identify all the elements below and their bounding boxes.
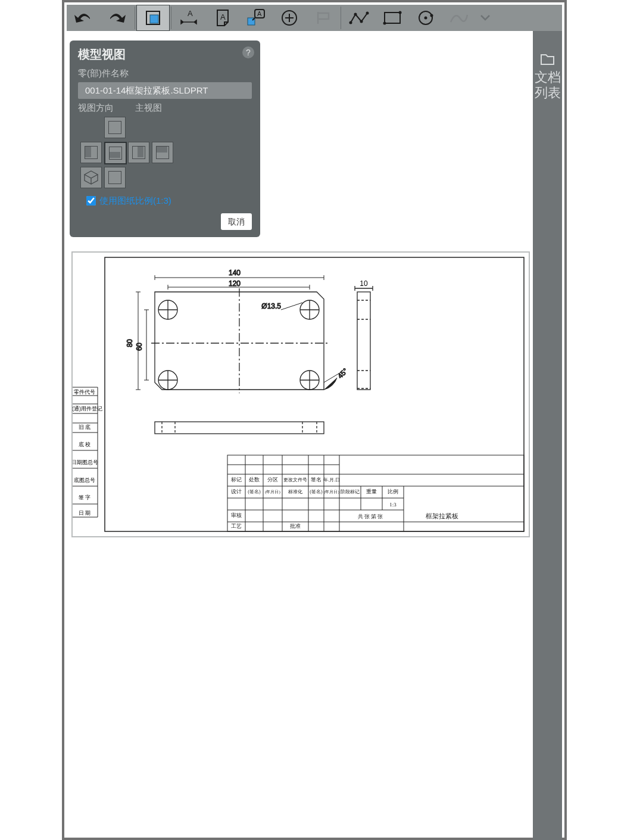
- svg-point-78: [424, 17, 427, 20]
- svg-text:审核: 审核: [231, 512, 242, 518]
- part-filename[interactable]: 001-01-14框架拉紧板.SLDPRT: [78, 82, 252, 99]
- use-sheet-scale-checkbox[interactable]: 使用图纸比例(1:3): [84, 194, 171, 207]
- redo-button[interactable]: [100, 5, 133, 31]
- view-back[interactable]: [152, 142, 173, 163]
- svg-text:1:3: 1:3: [389, 502, 397, 508]
- view-iso[interactable]: [80, 167, 102, 188]
- svg-text:比例: 比例: [388, 489, 398, 494]
- side-2: 旧 底: [79, 424, 91, 430]
- svg-text:批准: 批准: [290, 523, 301, 529]
- svg-text:共 张 第 张: 共 张 第 张: [358, 514, 383, 519]
- circle-button[interactable]: [409, 5, 442, 31]
- side-5: 底图总号: [74, 477, 95, 483]
- help-icon[interactable]: ?: [242, 46, 254, 58]
- svg-rect-5: [357, 292, 370, 390]
- dim-140: 140: [229, 269, 241, 277]
- rectangle-button[interactable]: [376, 5, 409, 31]
- dim-10: 10: [360, 279, 368, 288]
- undo-button[interactable]: [67, 5, 100, 31]
- svg-text:A: A: [257, 10, 262, 17]
- main-view-label: 主视图: [135, 102, 162, 114]
- datum-button[interactable]: [306, 5, 339, 31]
- model-view-panel: 模型视图 ? 零(部)件名称 001-01-14框架拉紧板.SLDPRT 视图方…: [70, 41, 260, 237]
- svg-text:更改文件号: 更改文件号: [283, 477, 307, 483]
- svg-text:标记: 标记: [230, 477, 242, 483]
- svg-rect-6: [155, 422, 324, 434]
- svg-text:工艺: 工艺: [231, 523, 242, 529]
- side-7: 日 期: [79, 510, 91, 516]
- view-right[interactable]: [128, 142, 149, 163]
- drawing-sheet: 140 120 80 60 Ø13.5 45° 10: [71, 251, 530, 537]
- dim-60: 60: [135, 343, 143, 351]
- toolbar-more-button[interactable]: [476, 5, 495, 31]
- part-name-label: 零(部)件名称: [78, 68, 129, 79]
- svg-text:(年月日): (年月日): [265, 490, 280, 494]
- svg-point-76: [399, 11, 402, 14]
- add-button[interactable]: [273, 5, 306, 31]
- side-3: 底 校: [79, 441, 91, 447]
- cancel-button[interactable]: 取消: [221, 213, 252, 230]
- model-view-button[interactable]: [136, 5, 170, 31]
- drawing-svg: 140 120 80 60 Ø13.5 45° 10: [73, 253, 529, 536]
- view-front[interactable]: [104, 117, 126, 138]
- part-name: 框架拉紧板: [426, 512, 458, 519]
- spline-button[interactable]: [442, 5, 476, 31]
- svg-text:A: A: [188, 9, 193, 18]
- balloon-button[interactable]: A: [239, 5, 273, 31]
- svg-point-71: [354, 13, 357, 16]
- svg-text:处数: 处数: [249, 477, 260, 483]
- linear-dim-button[interactable]: A: [173, 5, 206, 31]
- svg-point-75: [383, 22, 386, 25]
- scale-checkbox-label: 使用图纸比例(1:3): [99, 195, 171, 207]
- polyline-button[interactable]: [342, 5, 376, 31]
- folder-icon: [540, 51, 555, 66]
- toolbar: A A A: [67, 5, 562, 31]
- dim-angle: 45°: [336, 366, 349, 380]
- svg-text:年.月.日: 年.月.日: [323, 477, 340, 483]
- svg-point-73: [366, 12, 369, 15]
- svg-point-72: [360, 20, 363, 23]
- svg-rect-74: [385, 13, 400, 23]
- svg-rect-63: [150, 15, 158, 23]
- panel-title: 模型视图: [78, 46, 126, 63]
- dim-80: 80: [126, 339, 134, 347]
- right-rail[interactable]: 文档列表: [533, 31, 562, 840]
- side-6: 签 字: [79, 494, 91, 500]
- svg-text:(签名): (签名): [310, 489, 323, 494]
- svg-text:阶段标记: 阶段标记: [341, 489, 360, 494]
- svg-text:分区: 分区: [267, 477, 278, 483]
- svg-text:A: A: [220, 13, 226, 21]
- side-1: 借(通)用件登记: [73, 406, 102, 412]
- scale-checkbox-input[interactable]: [86, 196, 96, 206]
- dim-diam: Ø13.5: [261, 302, 281, 310]
- view-bottom[interactable]: [104, 167, 126, 188]
- note-button[interactable]: A: [206, 5, 239, 31]
- orientation-label: 视图方向: [78, 102, 114, 114]
- svg-text:(年月日): (年月日): [324, 490, 339, 494]
- doc-list-label: 文档列表: [533, 70, 562, 101]
- svg-text:(签名): (签名): [248, 489, 261, 494]
- svg-point-70: [349, 21, 352, 24]
- svg-text:标准化: 标准化: [288, 489, 302, 494]
- side-4: 日期图总号: [73, 459, 98, 465]
- svg-text:签名: 签名: [311, 477, 322, 483]
- dim-120: 120: [229, 279, 241, 288]
- view-top[interactable]: [104, 142, 127, 164]
- svg-text:重量: 重量: [366, 489, 377, 494]
- app-frame: 140 120 80 60 Ø13.5 45° 10: [62, 0, 567, 840]
- svg-text:设计: 设计: [231, 489, 242, 494]
- side-0: 零件代号: [74, 389, 95, 395]
- view-left[interactable]: [80, 142, 102, 163]
- svg-point-79: [430, 14, 433, 17]
